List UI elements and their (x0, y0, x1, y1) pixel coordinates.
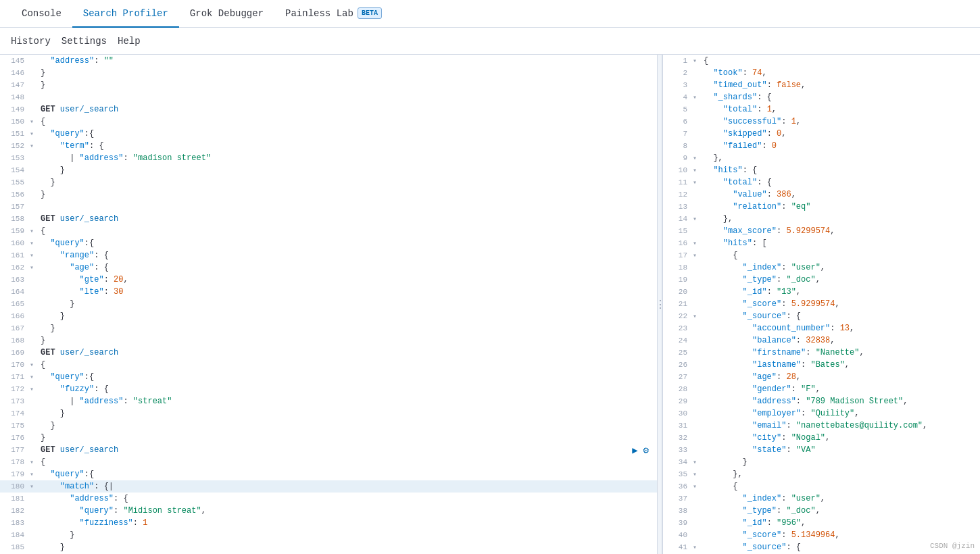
response-fold-arrow[interactable] (693, 398, 701, 405)
editor-line-158[interactable]: 158 GET user/_search (0, 213, 657, 225)
response-fold-arrow[interactable] (693, 70, 701, 77)
editor-line-161[interactable]: 161▾ "range": { (0, 249, 657, 261)
fold-arrow[interactable] (30, 57, 38, 65)
fold-arrow[interactable] (30, 325, 38, 332)
response-fold-arrow[interactable]: ▾ (693, 93, 701, 101)
fold-arrow[interactable] (30, 398, 38, 405)
fold-arrow[interactable] (30, 532, 38, 539)
editor-line-174[interactable]: 174 } (0, 407, 657, 420)
nav-help[interactable]: Help (118, 33, 141, 49)
fold-arrow[interactable]: ▾ (30, 361, 38, 369)
response-fold-arrow[interactable]: ▾ (693, 57, 701, 65)
editor-line-162[interactable]: 162▾ "age": { (0, 261, 657, 274)
editor-line-147[interactable]: 147 } (0, 79, 657, 91)
fold-arrow[interactable]: ▾ (30, 458, 38, 466)
fold-arrow[interactable]: ▾ (30, 385, 38, 393)
response-fold-arrow[interactable] (693, 82, 701, 89)
response-fold-arrow[interactable] (693, 325, 701, 332)
editor-line-155[interactable]: 155 } (0, 176, 657, 188)
editor-line-169[interactable]: 169 GET user/_search (0, 347, 657, 359)
copy-as-curl-button[interactable]: ⚙ (643, 445, 649, 456)
editor-line-165[interactable]: 165 } (0, 298, 657, 310)
response-fold-arrow[interactable] (693, 361, 701, 369)
editor-line-146[interactable]: 146 } (0, 67, 657, 79)
response-fold-arrow[interactable] (693, 203, 701, 211)
response-fold-arrow[interactable]: ▾ (693, 543, 701, 551)
response-fold-arrow[interactable] (693, 106, 701, 114)
editor-line-163[interactable]: 163 "gte": 20, (0, 274, 657, 286)
editor-line-181[interactable]: 181 "address": { (0, 493, 657, 505)
fold-arrow[interactable]: ▾ (30, 251, 38, 259)
editor-line-154[interactable]: 154 } (0, 164, 657, 176)
editor-line-179[interactable]: 179▾ "query":{ (0, 468, 657, 480)
fold-arrow[interactable] (30, 434, 38, 442)
editor-line-183[interactable]: 183 "fuzziness": 1 (0, 517, 657, 529)
fold-arrow[interactable] (30, 70, 38, 77)
nav-settings[interactable]: Settings (62, 33, 107, 49)
editor-line-173[interactable]: 173 | "address": "streat" (0, 395, 657, 407)
response-fold-arrow[interactable] (693, 422, 701, 430)
response-fold-arrow[interactable] (693, 276, 701, 284)
response-fold-arrow[interactable]: ▾ (693, 482, 701, 490)
fold-arrow[interactable] (30, 337, 38, 345)
editor-line-171[interactable]: 171▾ "query":{ (0, 371, 657, 383)
nav-history[interactable]: History (11, 33, 51, 49)
response-fold-arrow[interactable] (693, 520, 701, 527)
response-fold-arrow[interactable] (693, 228, 701, 235)
fold-arrow[interactable] (30, 349, 38, 357)
response-scroll[interactable]: 1▾{2 "took": 74,3 "timed_out": false,4▾ … (663, 55, 980, 554)
fold-arrow[interactable] (30, 422, 38, 430)
editor-line-151[interactable]: 151▾ "query":{ (0, 128, 657, 140)
tab-painless-lab[interactable]: Painless Lab BETA (274, 0, 393, 28)
response-fold-arrow[interactable] (693, 532, 701, 539)
fold-arrow[interactable]: ▾ (30, 263, 38, 272)
response-fold-arrow[interactable] (693, 264, 701, 272)
editor-line-149[interactable]: 149 GET user/_search (0, 103, 657, 116)
editor-line-166[interactable]: 166 } (0, 310, 657, 322)
editor-line-175[interactable]: 175 } (0, 420, 657, 432)
response-fold-arrow[interactable] (693, 374, 701, 381)
editor-line-178[interactable]: 178▾{ (0, 456, 657, 468)
editor-line-157[interactable]: 157 (0, 201, 657, 213)
tab-console[interactable]: Console (11, 0, 72, 28)
editor-line-145[interactable]: 145 "address": "" (0, 55, 657, 67)
editor-line-167[interactable]: 167 } (0, 322, 657, 334)
editor-line-168[interactable]: 168 } (0, 334, 657, 347)
fold-arrow[interactable]: ▾ (30, 470, 38, 478)
editor-line-177[interactable]: 177 GET user/_search▶⚙ (0, 444, 657, 456)
response-fold-arrow[interactable]: ▾ (693, 458, 701, 466)
tab-grok-debugger[interactable]: Grok Debugger (179, 0, 274, 28)
fold-arrow[interactable] (30, 167, 38, 174)
editor-scroll[interactable]: 145 "address": ""146 }147 }148 149 GET u… (0, 55, 657, 554)
fold-arrow[interactable] (30, 82, 38, 89)
editor-line-164[interactable]: 164 "lte": 30 (0, 286, 657, 298)
fold-arrow[interactable] (30, 495, 38, 503)
response-fold-arrow[interactable] (693, 301, 701, 308)
tab-search-profiler[interactable]: Search Profiler (72, 0, 179, 28)
fold-arrow[interactable] (30, 447, 38, 454)
editor-line-156[interactable]: 156 } (0, 188, 657, 201)
response-fold-arrow[interactable]: ▾ (693, 215, 701, 223)
editor-line-185[interactable]: 185 } (0, 541, 657, 553)
response-fold-arrow[interactable] (693, 386, 701, 393)
response-fold-arrow[interactable] (693, 143, 701, 150)
response-fold-arrow[interactable] (693, 507, 701, 515)
response-fold-arrow[interactable] (693, 349, 701, 357)
response-fold-arrow[interactable]: ▾ (693, 178, 701, 186)
fold-arrow[interactable] (30, 216, 38, 223)
editor-line-150[interactable]: 150▾{ (0, 116, 657, 128)
editor-line-148[interactable]: 148 (0, 91, 657, 103)
fold-arrow[interactable] (30, 155, 38, 162)
response-fold-arrow[interactable] (693, 288, 701, 296)
response-fold-arrow[interactable]: ▾ (693, 239, 701, 247)
response-fold-arrow[interactable]: ▾ (693, 251, 701, 259)
editor-line-159[interactable]: 159▾{ (0, 225, 657, 237)
response-fold-arrow[interactable] (693, 434, 701, 442)
fold-arrow[interactable] (30, 520, 38, 527)
fold-arrow[interactable] (30, 410, 38, 418)
editor-line-160[interactable]: 160▾ "query":{ (0, 237, 657, 249)
editor-line-184[interactable]: 184 } (0, 529, 657, 541)
fold-arrow[interactable] (30, 203, 38, 211)
fold-arrow[interactable] (30, 179, 38, 186)
response-fold-arrow[interactable] (693, 495, 701, 503)
